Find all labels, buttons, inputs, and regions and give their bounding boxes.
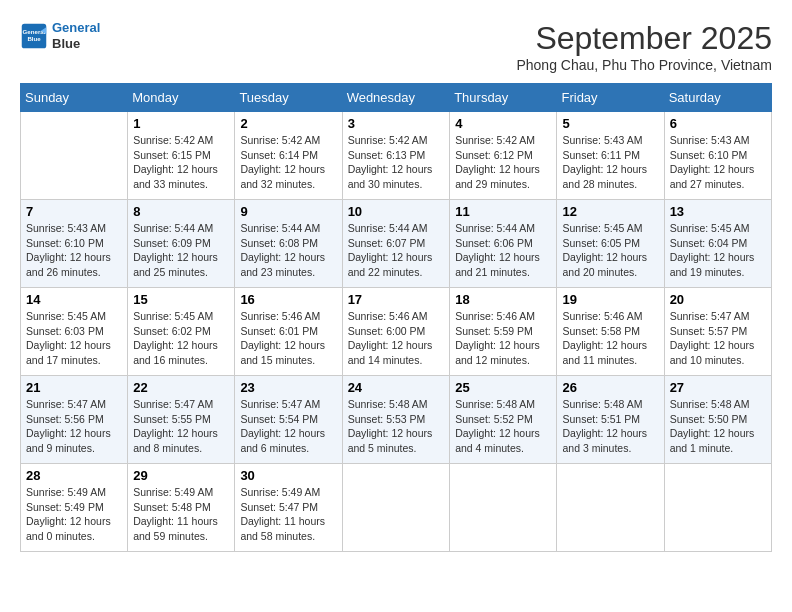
day-number: 3 [348,116,445,131]
cell-sun-info: Sunrise: 5:42 AM Sunset: 6:13 PM Dayligh… [348,133,445,192]
title-area: September 2025 Phong Chau, Phu Tho Provi… [516,20,772,73]
day-number: 21 [26,380,122,395]
calendar-cell: 9Sunrise: 5:44 AM Sunset: 6:08 PM Daylig… [235,200,342,288]
cell-sun-info: Sunrise: 5:46 AM Sunset: 5:59 PM Dayligh… [455,309,551,368]
day-number: 13 [670,204,766,219]
day-number: 6 [670,116,766,131]
day-number: 14 [26,292,122,307]
day-number: 23 [240,380,336,395]
cell-sun-info: Sunrise: 5:47 AM Sunset: 5:54 PM Dayligh… [240,397,336,456]
day-number: 15 [133,292,229,307]
calendar-cell: 15Sunrise: 5:45 AM Sunset: 6:02 PM Dayli… [128,288,235,376]
calendar-cell: 16Sunrise: 5:46 AM Sunset: 6:01 PM Dayli… [235,288,342,376]
header: General Blue General Blue September 2025… [20,20,772,73]
calendar-week-row: 1Sunrise: 5:42 AM Sunset: 6:15 PM Daylig… [21,112,772,200]
cell-sun-info: Sunrise: 5:43 AM Sunset: 6:10 PM Dayligh… [670,133,766,192]
calendar-cell: 27Sunrise: 5:48 AM Sunset: 5:50 PM Dayli… [664,376,771,464]
month-title: September 2025 [516,20,772,57]
cell-sun-info: Sunrise: 5:44 AM Sunset: 6:07 PM Dayligh… [348,221,445,280]
calendar-cell [450,464,557,552]
calendar-cell: 13Sunrise: 5:45 AM Sunset: 6:04 PM Dayli… [664,200,771,288]
cell-sun-info: Sunrise: 5:43 AM Sunset: 6:11 PM Dayligh… [562,133,658,192]
logo-icon: General Blue [20,22,48,50]
cell-sun-info: Sunrise: 5:45 AM Sunset: 6:04 PM Dayligh… [670,221,766,280]
day-number: 26 [562,380,658,395]
day-of-week-header: Tuesday [235,84,342,112]
day-number: 20 [670,292,766,307]
calendar-cell: 28Sunrise: 5:49 AM Sunset: 5:49 PM Dayli… [21,464,128,552]
day-number: 11 [455,204,551,219]
cell-sun-info: Sunrise: 5:43 AM Sunset: 6:10 PM Dayligh… [26,221,122,280]
cell-sun-info: Sunrise: 5:49 AM Sunset: 5:48 PM Dayligh… [133,485,229,544]
calendar-cell: 24Sunrise: 5:48 AM Sunset: 5:53 PM Dayli… [342,376,450,464]
calendar-cell: 3Sunrise: 5:42 AM Sunset: 6:13 PM Daylig… [342,112,450,200]
calendar-cell [21,112,128,200]
day-number: 5 [562,116,658,131]
calendar-header-row: SundayMondayTuesdayWednesdayThursdayFrid… [21,84,772,112]
day-number: 7 [26,204,122,219]
cell-sun-info: Sunrise: 5:47 AM Sunset: 5:57 PM Dayligh… [670,309,766,368]
day-number: 25 [455,380,551,395]
calendar-cell: 1Sunrise: 5:42 AM Sunset: 6:15 PM Daylig… [128,112,235,200]
calendar-cell: 12Sunrise: 5:45 AM Sunset: 6:05 PM Dayli… [557,200,664,288]
cell-sun-info: Sunrise: 5:49 AM Sunset: 5:49 PM Dayligh… [26,485,122,544]
day-of-week-header: Sunday [21,84,128,112]
cell-sun-info: Sunrise: 5:46 AM Sunset: 6:01 PM Dayligh… [240,309,336,368]
calendar-cell: 21Sunrise: 5:47 AM Sunset: 5:56 PM Dayli… [21,376,128,464]
day-number: 22 [133,380,229,395]
day-number: 28 [26,468,122,483]
day-number: 9 [240,204,336,219]
calendar-week-row: 14Sunrise: 5:45 AM Sunset: 6:03 PM Dayli… [21,288,772,376]
cell-sun-info: Sunrise: 5:47 AM Sunset: 5:56 PM Dayligh… [26,397,122,456]
day-number: 24 [348,380,445,395]
calendar-cell: 4Sunrise: 5:42 AM Sunset: 6:12 PM Daylig… [450,112,557,200]
cell-sun-info: Sunrise: 5:48 AM Sunset: 5:51 PM Dayligh… [562,397,658,456]
calendar-cell: 7Sunrise: 5:43 AM Sunset: 6:10 PM Daylig… [21,200,128,288]
day-number: 17 [348,292,445,307]
cell-sun-info: Sunrise: 5:45 AM Sunset: 6:05 PM Dayligh… [562,221,658,280]
day-number: 1 [133,116,229,131]
logo: General Blue General Blue [20,20,100,51]
calendar-week-row: 21Sunrise: 5:47 AM Sunset: 5:56 PM Dayli… [21,376,772,464]
day-number: 18 [455,292,551,307]
cell-sun-info: Sunrise: 5:48 AM Sunset: 5:52 PM Dayligh… [455,397,551,456]
day-number: 19 [562,292,658,307]
cell-sun-info: Sunrise: 5:44 AM Sunset: 6:09 PM Dayligh… [133,221,229,280]
calendar-cell: 14Sunrise: 5:45 AM Sunset: 6:03 PM Dayli… [21,288,128,376]
cell-sun-info: Sunrise: 5:42 AM Sunset: 6:12 PM Dayligh… [455,133,551,192]
calendar-cell: 6Sunrise: 5:43 AM Sunset: 6:10 PM Daylig… [664,112,771,200]
cell-sun-info: Sunrise: 5:44 AM Sunset: 6:06 PM Dayligh… [455,221,551,280]
day-number: 12 [562,204,658,219]
calendar-cell [342,464,450,552]
day-number: 8 [133,204,229,219]
calendar-cell: 22Sunrise: 5:47 AM Sunset: 5:55 PM Dayli… [128,376,235,464]
day-number: 27 [670,380,766,395]
calendar-cell: 8Sunrise: 5:44 AM Sunset: 6:09 PM Daylig… [128,200,235,288]
calendar-cell: 2Sunrise: 5:42 AM Sunset: 6:14 PM Daylig… [235,112,342,200]
calendar-cell: 10Sunrise: 5:44 AM Sunset: 6:07 PM Dayli… [342,200,450,288]
cell-sun-info: Sunrise: 5:45 AM Sunset: 6:02 PM Dayligh… [133,309,229,368]
calendar-cell [664,464,771,552]
day-number: 29 [133,468,229,483]
day-of-week-header: Wednesday [342,84,450,112]
cell-sun-info: Sunrise: 5:46 AM Sunset: 5:58 PM Dayligh… [562,309,658,368]
calendar-week-row: 28Sunrise: 5:49 AM Sunset: 5:49 PM Dayli… [21,464,772,552]
cell-sun-info: Sunrise: 5:47 AM Sunset: 5:55 PM Dayligh… [133,397,229,456]
day-of-week-header: Thursday [450,84,557,112]
cell-sun-info: Sunrise: 5:46 AM Sunset: 6:00 PM Dayligh… [348,309,445,368]
cell-sun-info: Sunrise: 5:42 AM Sunset: 6:14 PM Dayligh… [240,133,336,192]
cell-sun-info: Sunrise: 5:42 AM Sunset: 6:15 PM Dayligh… [133,133,229,192]
svg-text:General: General [23,28,46,35]
day-of-week-header: Monday [128,84,235,112]
calendar-cell: 23Sunrise: 5:47 AM Sunset: 5:54 PM Dayli… [235,376,342,464]
day-of-week-header: Friday [557,84,664,112]
calendar-cell: 5Sunrise: 5:43 AM Sunset: 6:11 PM Daylig… [557,112,664,200]
calendar-cell: 26Sunrise: 5:48 AM Sunset: 5:51 PM Dayli… [557,376,664,464]
cell-sun-info: Sunrise: 5:48 AM Sunset: 5:53 PM Dayligh… [348,397,445,456]
calendar-cell [557,464,664,552]
calendar-cell: 30Sunrise: 5:49 AM Sunset: 5:47 PM Dayli… [235,464,342,552]
calendar-cell: 29Sunrise: 5:49 AM Sunset: 5:48 PM Dayli… [128,464,235,552]
day-number: 10 [348,204,445,219]
calendar-cell: 19Sunrise: 5:46 AM Sunset: 5:58 PM Dayli… [557,288,664,376]
cell-sun-info: Sunrise: 5:44 AM Sunset: 6:08 PM Dayligh… [240,221,336,280]
